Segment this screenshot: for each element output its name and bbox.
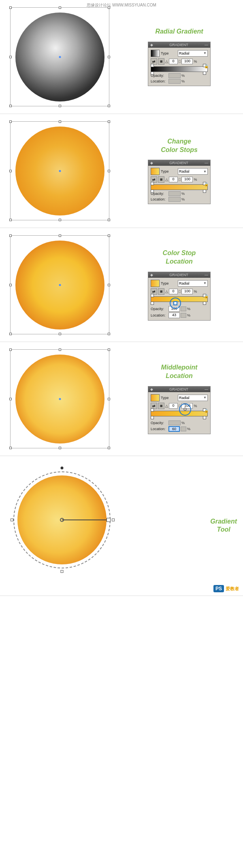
s2-handle-tr[interactable]	[108, 120, 110, 123]
handle-bl[interactable]	[9, 105, 12, 107]
panel2-stop-left[interactable]	[151, 190, 154, 193]
panel1-location-slider[interactable]	[168, 79, 181, 84]
panel3-header: ◆ GRADIENT —	[148, 272, 210, 278]
s4-handle-tm[interactable]	[59, 348, 61, 351]
s4-handle-mr[interactable]	[108, 398, 110, 400]
s2-handle-mr[interactable]	[108, 170, 110, 172]
panel4-stop-left[interactable]	[151, 416, 154, 419]
s4-handle-tr[interactable]	[108, 348, 110, 351]
panel1-stop-left[interactable]	[151, 72, 154, 75]
section5-top-handle[interactable]	[60, 467, 63, 469]
panel4-gradient-bar[interactable]	[151, 411, 208, 416]
panel3-color-swatch[interactable]	[151, 280, 160, 287]
s2-handle-tm[interactable]	[59, 120, 61, 123]
handle-mr[interactable]	[108, 56, 110, 58]
panel1-scale-input[interactable]: 100	[181, 59, 193, 64]
panel3-opacity-step[interactable]	[181, 306, 186, 311]
panel4-lock: 🔒	[204, 409, 209, 413]
panel3-type-dropdown[interactable]: Radial ▼	[178, 280, 208, 287]
panel2-stop-right[interactable]	[203, 190, 206, 193]
section5-right-handle[interactable]	[112, 518, 115, 521]
panel3-stop-left[interactable]	[151, 302, 154, 305]
section5-end-handle[interactable]	[107, 518, 111, 522]
handle-ml[interactable]	[9, 56, 12, 58]
panel1-diamond: ◆	[150, 43, 153, 47]
panel3-stop-right[interactable]	[203, 302, 206, 305]
panel2-gradient-bar[interactable]	[151, 184, 208, 190]
panel1-stop-right[interactable]	[203, 72, 206, 75]
s2-handle-ml[interactable]	[9, 170, 12, 172]
s3-handle-tl[interactable]	[9, 234, 12, 237]
s4-circle-container	[15, 355, 104, 444]
s2-handle-br[interactable]	[108, 219, 110, 221]
panel2-location-slider[interactable]	[168, 197, 181, 202]
handle-tm[interactable]	[59, 6, 61, 9]
panel3-lock: 🔒	[204, 294, 209, 298]
section5-bottom-handle[interactable]	[60, 570, 63, 573]
s2-handle-bm[interactable]	[59, 219, 61, 221]
panel3-stop-top-left[interactable]	[151, 294, 154, 297]
panel1-gradient-bar-container: 🔒	[151, 66, 208, 72]
panel1-angle-input[interactable]: 0	[169, 59, 178, 64]
panel1-opacity-slider[interactable]	[168, 73, 181, 78]
panel1-stop-top-left[interactable]	[151, 64, 154, 67]
panel1-color-swatch[interactable]	[151, 50, 160, 57]
panel2-stop-top-left[interactable]	[151, 182, 154, 185]
panel2-minus[interactable]: —	[205, 161, 208, 165]
s3-handle-bm[interactable]	[59, 333, 61, 335]
panel4-location-val[interactable]: 60	[168, 426, 180, 432]
handle-tl[interactable]	[9, 6, 12, 9]
s4-handle-bm[interactable]	[59, 447, 61, 449]
panel1-type-dropdown[interactable]: Radial ▼	[178, 50, 208, 57]
panel4-stop-top-left[interactable]	[151, 408, 154, 412]
panel4-midpoint-handle[interactable]	[183, 408, 187, 411]
s4-handle-bl[interactable]	[9, 447, 12, 449]
s3-handle-br[interactable]	[108, 333, 110, 335]
panel3-angle-input[interactable]: 0	[169, 289, 178, 294]
panel4-opacity-slider[interactable]	[168, 420, 181, 425]
section5-left-handle[interactable]	[11, 518, 13, 521]
panel1-title: GRADIENT	[169, 43, 188, 47]
handle-br[interactable]	[108, 105, 110, 107]
panel2-header: ◆ GRADIENT —	[148, 160, 210, 166]
panel3-dither-btn[interactable]: ▦	[158, 288, 164, 295]
panel1-gradient-bar[interactable]	[151, 66, 208, 72]
panel1-minus[interactable]: —	[205, 43, 208, 47]
panel3-pct: %	[194, 289, 197, 294]
panel4-location-step[interactable]	[181, 427, 186, 431]
panel3-location-val[interactable]: 43	[168, 313, 180, 318]
s3-handle-tm[interactable]	[59, 234, 61, 237]
panel2-color-swatch[interactable]	[151, 168, 160, 175]
panel3-gradient-bar[interactable]	[151, 296, 208, 302]
s4-handle-br[interactable]	[108, 447, 110, 449]
panel3-scale-input[interactable]: 100	[181, 289, 193, 294]
panel4-minus[interactable]: —	[205, 387, 208, 391]
panel3-minus[interactable]: —	[205, 273, 208, 277]
s4-handle-tl[interactable]	[9, 348, 12, 351]
panel2-scale-input[interactable]: 100	[181, 177, 193, 182]
panel3-location-step[interactable]	[181, 313, 186, 318]
panel2-type-dropdown[interactable]: Radial ▼	[178, 168, 208, 175]
panel2-opacity-slider[interactable]	[168, 191, 181, 196]
panel2-angle-input[interactable]: 0	[169, 177, 178, 182]
s3-handle-mr[interactable]	[108, 284, 110, 286]
panel3-opacity-val[interactable]: 100	[168, 306, 180, 312]
panel3-selected-stop[interactable]	[173, 301, 177, 305]
s2-handle-tl[interactable]	[9, 120, 12, 123]
s2-handle-bl[interactable]	[9, 219, 12, 221]
s3-handle-tr[interactable]	[108, 234, 110, 237]
panel1-dither-btn[interactable]: ▦	[158, 58, 164, 65]
s3-handle-ml[interactable]	[9, 284, 12, 286]
panel2-opacity-pct: %	[181, 192, 185, 196]
panel4-angle-input[interactable]: 0	[169, 403, 178, 409]
s4-handle-ml[interactable]	[9, 398, 12, 400]
s3-handle-bl[interactable]	[9, 333, 12, 335]
panel2-type-row: Type Radial ▼	[151, 168, 208, 175]
panel4-type-dropdown[interactable]: Radial ▼	[178, 395, 208, 401]
panel2-type-value: Radial	[179, 169, 190, 173]
panel4-dither-btn[interactable]: ▦	[158, 403, 164, 409]
panel4-stop-right[interactable]	[203, 416, 206, 419]
handle-bm[interactable]	[59, 105, 61, 107]
panel4-color-swatch[interactable]	[151, 394, 160, 401]
panel2-dither-btn[interactable]: ▦	[158, 176, 164, 183]
